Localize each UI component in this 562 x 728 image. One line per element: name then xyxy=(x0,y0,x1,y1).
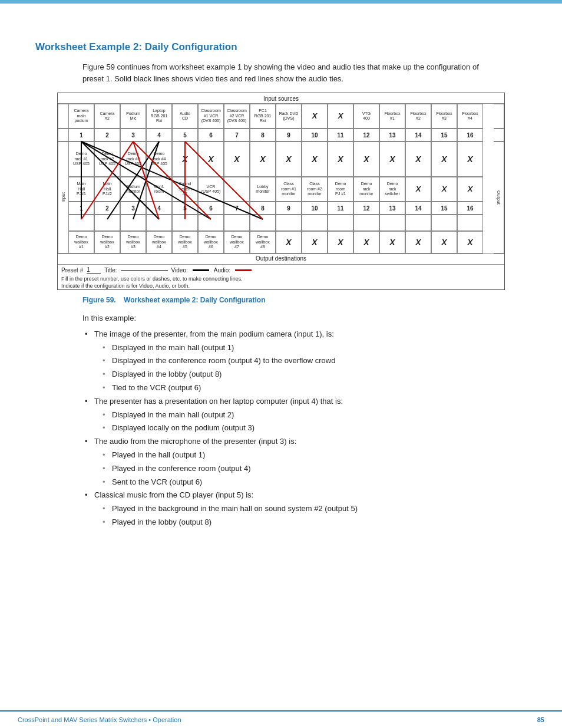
preset-row: Preset # 1 Title: Video: Audio: xyxy=(58,264,504,275)
figure-caption: Figure 59. Worksheet example 2: Daily Co… xyxy=(82,296,527,304)
intro-text: Figure 59 continues from worksheet examp… xyxy=(82,61,483,84)
preset-number: 1 xyxy=(87,266,101,274)
audio-label: Audio: xyxy=(214,267,230,274)
bullet-l2-3-2: Played in the conference room (output 4) xyxy=(112,463,527,475)
bullet-l2-1-4: Tied to the VCR (output 6) xyxy=(112,382,527,394)
top-bar xyxy=(0,0,562,4)
bullet-l1-2: The presenter has a presentation on her … xyxy=(94,396,527,408)
in-this-example: In this example: xyxy=(82,312,527,325)
input-side-label: Input xyxy=(61,192,66,203)
bullet-l2-4-2: Played in the lobby (output 8) xyxy=(112,516,527,529)
output-side-label: Output xyxy=(496,190,501,205)
bullet-l1-1: The image of the presenter, from the mai… xyxy=(94,328,527,341)
video-line-indicator xyxy=(193,269,209,271)
bullet-l1-3: The audio from the microphone of the pre… xyxy=(94,436,527,448)
footer-page: 85 xyxy=(537,716,544,723)
output-destinations-label: Output destinations xyxy=(58,253,504,264)
bullet-l2-4-1: Played in the background in the main hal… xyxy=(112,503,527,515)
bullet-l2-3-1: Played in the hall (output 1) xyxy=(112,449,527,462)
title-label: Title: xyxy=(104,267,117,274)
bullet-l2-2-2: Displayed locally on the podium (output … xyxy=(112,422,527,434)
preset-label: Preset # xyxy=(61,267,83,274)
section-title: Worksheet Example 2: Daily Configuration xyxy=(35,41,527,53)
footer-bar: CrossPoint and MAV Series Matrix Switche… xyxy=(0,710,562,728)
indicate-note: Indicate if the configuration is for Vid… xyxy=(58,282,504,289)
fill-note: Fill in the preset number, use colors or… xyxy=(58,275,504,282)
audio-line-indicator xyxy=(235,269,252,271)
input-sources-label: Input sources xyxy=(58,93,504,104)
footer-text: CrossPoint and MAV Series Matrix Switche… xyxy=(18,716,181,723)
bullet-l2-1-3: Displayed in the lobby (output 8) xyxy=(112,368,527,381)
bullet-l1-4: Classical music from the CD player (inpu… xyxy=(94,489,527,502)
bullet-l2-1-2: Displayed in the conference room (output… xyxy=(112,355,527,367)
worksheet-figure: Input sources Input Cameramainpodium xyxy=(57,93,505,290)
bullet-l2-3-3: Sent to the VCR (output 6) xyxy=(112,476,527,489)
bullet-l2-2-1: Displayed in the main hall (output 2) xyxy=(112,409,527,421)
video-label: Video: xyxy=(171,267,188,274)
bullet-l2-1-1: Displayed in the main hall (output 1) xyxy=(112,342,527,354)
